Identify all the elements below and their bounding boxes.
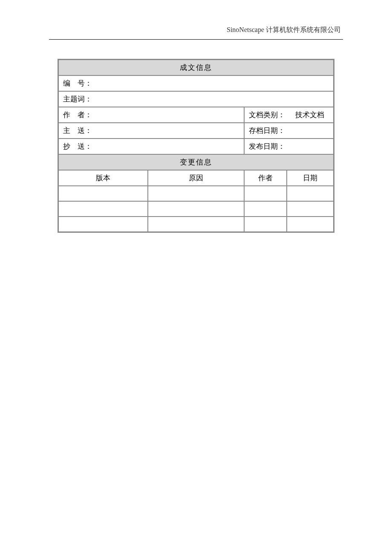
- publish-date-label: 发布日期：: [249, 142, 285, 150]
- change-reason-cell: [148, 217, 244, 232]
- doc-type-value: 技术文档: [295, 111, 324, 119]
- change-reason-cell: [148, 186, 244, 201]
- archive-date-label: 存档日期：: [249, 127, 285, 135]
- cc-cell: 抄 送：: [58, 139, 244, 154]
- doc-info-section-title: 成文信息: [58, 60, 334, 75]
- subject-label: 主题词：: [63, 95, 92, 103]
- change-row: [58, 217, 334, 232]
- author-cell: 作 者：: [58, 107, 244, 123]
- change-row: [58, 186, 334, 201]
- cc-label: 抄 送：: [63, 142, 92, 150]
- change-author-cell: [244, 217, 287, 232]
- change-row: [58, 201, 334, 217]
- header-rule: [49, 39, 343, 40]
- change-info-section-title: 变更信息: [58, 154, 334, 170]
- number-row: 编 号：: [58, 75, 334, 91]
- publish-date-cell: 发布日期：: [244, 139, 334, 154]
- doc-type-label: 文档类别：: [249, 111, 285, 119]
- change-header-version: 版本: [58, 170, 148, 186]
- change-version-cell: [58, 217, 148, 232]
- change-date-cell: [287, 217, 334, 232]
- change-header-date: 日期: [287, 170, 334, 186]
- change-author-cell: [244, 201, 287, 217]
- main-send-label: 主 送：: [63, 127, 92, 135]
- change-version-cell: [58, 186, 148, 201]
- archive-date-cell: 存档日期：: [244, 123, 334, 139]
- main-send-cell: 主 送：: [58, 123, 244, 139]
- change-date-cell: [287, 201, 334, 217]
- change-author-cell: [244, 186, 287, 201]
- subject-row: 主题词：: [58, 91, 334, 107]
- change-table-header-row: 版本 原因 作者 日期: [58, 170, 334, 186]
- change-version-cell: [58, 201, 148, 217]
- doc-type-cell: 文档类别： 技术文档: [244, 107, 334, 123]
- number-label: 编 号：: [63, 79, 92, 87]
- change-header-reason: 原因: [148, 170, 244, 186]
- change-reason-cell: [148, 201, 244, 217]
- company-header: SinoNetscape 计算机软件系统有限公司: [227, 26, 341, 35]
- author-label: 作 者：: [63, 111, 92, 119]
- document-info-table: 成文信息 编 号： 主题词： 作 者： 文档类别： 技术文档 主 送： 存档日期…: [58, 59, 334, 233]
- change-date-cell: [287, 186, 334, 201]
- change-header-author: 作者: [244, 170, 287, 186]
